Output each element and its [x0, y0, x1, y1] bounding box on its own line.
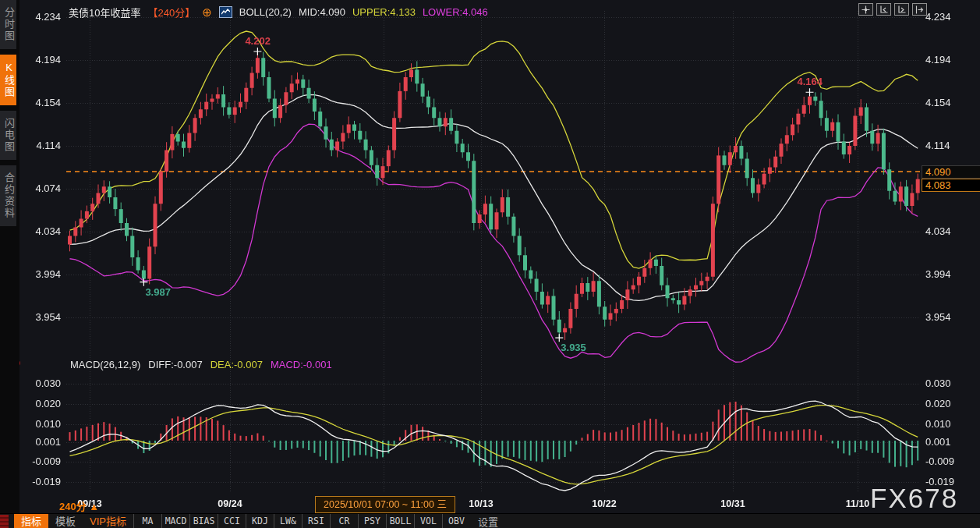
indicator-button-lw[interactable]: LW& — [274, 514, 302, 528]
indicator-button-cci[interactable]: CCI — [218, 514, 246, 528]
last-price-label: 4.083 — [922, 179, 980, 192]
chart-canvas[interactable] — [0, 0, 980, 528]
toolbar-tab-2[interactable]: 模板 — [48, 514, 83, 528]
sidebar-tab-4[interactable]: 合约资料 — [0, 165, 16, 226]
annotation-high: 4.164 — [798, 76, 823, 87]
crosshair-icon[interactable] — [858, 3, 873, 16]
macd-tick-right: 0.001 — [925, 436, 972, 448]
indicator-button-vol[interactable]: VOL — [414, 514, 442, 528]
time-axis: 240分 ▲ 2025/10/01 07:00 ~ 11:00 三 — [0, 496, 980, 513]
price-tick-right: 4.154 — [925, 97, 972, 108]
macd-macd-value: MACD:-0.001 — [271, 359, 332, 370]
boll-upper-value: UPPER:4.133 — [352, 6, 416, 18]
sidebar-tab-1[interactable]: 分时图 — [0, 0, 16, 49]
macd-header: MACD(26,12,9) DIFF:-0.007 DEA:-0.007 MAC… — [70, 359, 332, 370]
boll-lower-value: LOWER:4.046 — [423, 6, 488, 18]
macd-dea-value: DEA:-0.007 — [211, 359, 263, 370]
indicator-button-ma[interactable]: MA — [133, 514, 161, 528]
sidebar: 分时图K线图闪电图合约资料 — [0, 0, 19, 513]
menu-red-icon[interactable] — [0, 515, 9, 528]
sidebar-tab-2[interactable]: K线图 — [0, 55, 16, 105]
indicator-button-boll[interactable]: BOLL — [386, 514, 414, 528]
price-line-label: 4.090 — [922, 165, 980, 179]
boll-name: BOLL(20,2) — [239, 6, 292, 18]
price-tick-right: 3.994 — [925, 268, 972, 280]
macd-name: MACD(26,12,9) — [70, 359, 140, 370]
indicator-button-kdj[interactable]: KDJ — [246, 514, 274, 528]
bottom-toolbar: 指标模板VIP指标MAMACDBIASCCIKDJLW&RSICRPSYBOLL… — [0, 513, 980, 528]
price-tick-right: 3.954 — [925, 311, 972, 323]
settings-button[interactable]: 设置 — [478, 514, 498, 528]
price-tick-right: 4.114 — [925, 140, 972, 151]
timeframe-label[interactable]: 240分 ▲ — [59, 498, 99, 513]
chart-header: 美债10年收益率 【240分】 ⊕ BOLL(20,2) MID:4.090 U… — [69, 5, 488, 19]
indicator-button-macd[interactable]: MACD — [161, 514, 189, 528]
sidebar-tab-3[interactable]: 闪电图 — [0, 111, 16, 160]
boll-mid-value: MID:4.090 — [299, 6, 345, 18]
add-indicator-icon[interactable]: ⊕ — [202, 5, 212, 19]
axis-scale-left-icon[interactable] — [876, 3, 891, 16]
macd-tick-right: 0.020 — [925, 398, 972, 409]
indicator-button-cr[interactable]: CR — [330, 514, 358, 528]
watermark: FX678 — [870, 483, 958, 514]
price-tick-right: 4.234 — [925, 11, 972, 23]
instrument-title: 美债10年收益率 — [69, 5, 140, 19]
chart-type-icon[interactable] — [219, 6, 232, 18]
price-tick-right: 4.194 — [925, 54, 972, 66]
macd-tick-right: -0.009 — [925, 455, 972, 467]
price-tick-right: 4.034 — [925, 225, 972, 237]
toolbar-tab-3[interactable]: VIP指标 — [83, 514, 133, 528]
macd-tick-right: 0.030 — [925, 377, 972, 389]
indicator-button-bias[interactable]: BIAS — [189, 514, 218, 528]
indicator-button-obv[interactable]: OBV — [442, 514, 470, 528]
indicator-button-rsi[interactable]: RSI — [302, 514, 330, 528]
annotation-low: 3.987 — [145, 286, 171, 298]
macd-diff-value: DIFF:-0.007 — [148, 359, 202, 370]
annotation-low: 3.935 — [561, 342, 586, 353]
macd-tick-right: 0.010 — [925, 418, 972, 430]
axis-scale-right-icon[interactable] — [894, 3, 909, 16]
selected-range-box: 2025/10/01 07:00 ~ 11:00 三 — [315, 496, 455, 513]
chart-tools — [858, 3, 927, 16]
annotation-high: 4.202 — [245, 35, 271, 47]
toolbar-tab-1[interactable]: 指标 — [14, 514, 48, 528]
period-badge: 【240分】 — [147, 5, 195, 19]
indicator-button-psy[interactable]: PSY — [358, 514, 386, 528]
